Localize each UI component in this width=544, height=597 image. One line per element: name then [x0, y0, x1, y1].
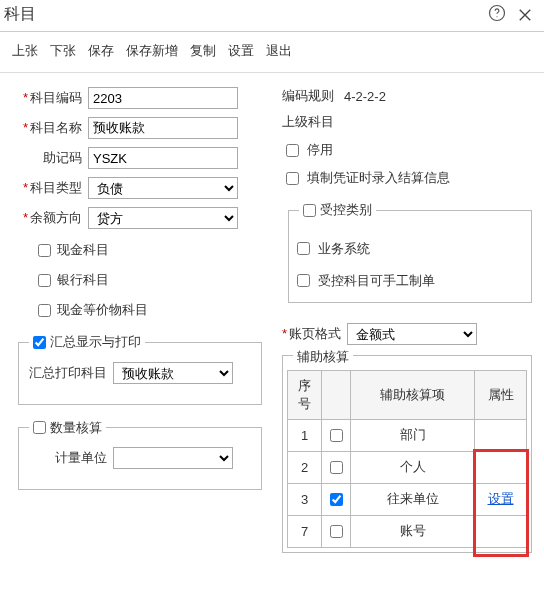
type-label: 科目类型 [12, 179, 82, 197]
rule-value: 4-2-2-2 [344, 89, 386, 104]
parent-label: 上级科目 [282, 113, 334, 131]
controlled-group: 受控类别 业务系统 受控科目可手工制单 [288, 201, 532, 303]
toolbar: 上张 下张 保存 保存新增 复制 设置 退出 [0, 32, 544, 73]
code-input[interactable] [88, 87, 238, 109]
aux-row-checkbox[interactable] [330, 493, 343, 506]
aux-row-checkbox[interactable] [330, 429, 343, 442]
direction-select[interactable]: 贷方 [88, 207, 238, 229]
rule-label: 编码规则 [282, 87, 334, 105]
aux-item: 账号 [351, 515, 475, 547]
aux-item: 部门 [351, 419, 475, 451]
aux-row-chk-cell [322, 483, 351, 515]
aux-table: 序号 辅助核算项 属性 1部门2个人3往来单位设置7账号 [287, 370, 527, 548]
code-label: 科目编码 [12, 89, 82, 107]
aux-attr-settings-link[interactable]: 设置 [488, 491, 514, 506]
aux-seq: 3 [288, 483, 322, 515]
next-button[interactable]: 下张 [50, 42, 76, 60]
settings-button[interactable]: 设置 [228, 42, 254, 60]
copy-button[interactable]: 复制 [190, 42, 216, 60]
format-label: 账页格式 [282, 325, 341, 343]
cash-equiv-checkbox[interactable] [38, 304, 51, 317]
controlled-title: 受控类别 [320, 201, 372, 219]
direction-label: 余额方向 [12, 209, 82, 227]
summary-print-title: 汇总显示与打印 [50, 333, 141, 351]
aux-seq: 1 [288, 419, 322, 451]
fill-settle-label: 填制凭证时录入结算信息 [307, 169, 450, 187]
format-select[interactable]: 金额式 [347, 323, 477, 345]
manual-label: 受控科目可手工制单 [318, 272, 435, 290]
mnemonic-input[interactable] [88, 147, 238, 169]
aux-item: 往来单位 [351, 483, 475, 515]
fill-settle-checkbox[interactable] [286, 172, 299, 185]
qty-title: 数量核算 [50, 419, 102, 437]
close-icon[interactable] [516, 6, 534, 24]
exit-button[interactable]: 退出 [266, 42, 292, 60]
aux-item: 个人 [351, 451, 475, 483]
bank-checkbox-label: 银行科目 [57, 271, 109, 289]
aux-row-chk-cell [322, 419, 351, 451]
svg-point-1 [496, 16, 497, 17]
unit-select[interactable] [113, 447, 233, 469]
save-new-button[interactable]: 保存新增 [126, 42, 178, 60]
aux-group: 辅助核算 序号 辅助核算项 属性 1部门2个人3往来单位设置7账号 [282, 355, 532, 553]
summary-subject-select[interactable]: 预收账款 [113, 362, 233, 384]
disable-checkbox[interactable] [286, 144, 299, 157]
bank-checkbox[interactable] [38, 274, 51, 287]
qty-checkbox[interactable] [33, 421, 46, 434]
table-row: 1部门 [288, 419, 527, 451]
name-input[interactable] [88, 117, 238, 139]
table-row: 7账号 [288, 515, 527, 547]
cash-equiv-checkbox-label: 现金等价物科目 [57, 301, 148, 319]
aux-row-chk-cell [322, 515, 351, 547]
aux-row-chk-cell [322, 451, 351, 483]
aux-th-item: 辅助核算项 [351, 370, 475, 419]
manual-checkbox[interactable] [297, 274, 310, 287]
aux-th-attr: 属性 [475, 370, 527, 419]
cash-checkbox[interactable] [38, 244, 51, 257]
biz-system-checkbox[interactable] [297, 242, 310, 255]
window-title: 科目 [4, 4, 36, 25]
aux-attr-cell [475, 515, 527, 547]
aux-title: 辅助核算 [293, 348, 353, 366]
prev-button[interactable]: 上张 [12, 42, 38, 60]
aux-row-checkbox[interactable] [330, 461, 343, 474]
name-label: 科目名称 [12, 119, 82, 137]
aux-attr-cell [475, 419, 527, 451]
aux-attr-cell [475, 451, 527, 483]
aux-th-seq: 序号 [288, 370, 322, 419]
table-row: 2个人 [288, 451, 527, 483]
type-select[interactable]: 负债 [88, 177, 238, 199]
summary-subject-label: 汇总打印科目 [29, 364, 107, 382]
controlled-checkbox[interactable] [303, 204, 316, 217]
cash-checkbox-label: 现金科目 [57, 241, 109, 259]
aux-seq: 2 [288, 451, 322, 483]
qty-group: 数量核算 计量单位 [18, 419, 262, 491]
aux-attr-cell: 设置 [475, 483, 527, 515]
aux-th-chk [322, 370, 351, 419]
aux-seq: 7 [288, 515, 322, 547]
summary-print-group: 汇总显示与打印 汇总打印科目 预收账款 [18, 333, 262, 405]
table-row: 3往来单位设置 [288, 483, 527, 515]
aux-row-checkbox[interactable] [330, 525, 343, 538]
disable-label: 停用 [307, 141, 333, 159]
save-button[interactable]: 保存 [88, 42, 114, 60]
biz-system-label: 业务系统 [318, 240, 370, 258]
help-icon[interactable] [488, 4, 506, 25]
unit-label: 计量单位 [29, 449, 107, 467]
mnemonic-label: 助记码 [12, 149, 82, 167]
summary-print-checkbox[interactable] [33, 336, 46, 349]
